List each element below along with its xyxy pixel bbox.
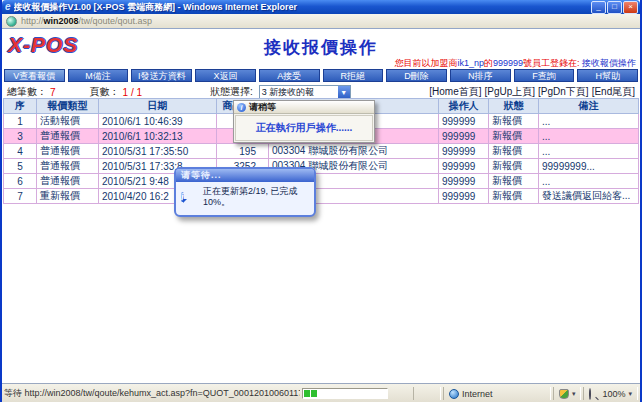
cell-date: 2010/5/31 17:35:50 <box>99 144 217 159</box>
table-row[interactable]: 5 普通報價 2010/5/31 17:33:8 3252 003304 聯城股… <box>4 159 639 174</box>
action-toolbar: V查看報價 M備注 I發送方資料 X返回 A接受 R拒絕 D刪除 N排序 F查詢… <box>4 69 638 82</box>
progress-bar <box>302 388 388 399</box>
maximize-button-icon[interactable]: □ <box>607 1 622 14</box>
cell-status: 新報價 <box>489 174 539 189</box>
memo-button[interactable]: M備注 <box>68 69 129 82</box>
popup-title-text: 请稍等 <box>249 101 276 114</box>
login-suffix: 號員工登錄在: <box>523 58 582 68</box>
progress-block <box>311 390 317 397</box>
total-count-value: 7 <box>50 87 56 98</box>
zoom-control[interactable]: 100% ▾ <box>583 387 638 400</box>
info-icon: i <box>237 103 246 112</box>
cell-seq: 3 <box>4 129 37 144</box>
minimize-button-icon[interactable]: _ <box>591 1 606 14</box>
address-url[interactable]: http://win2008/tw/qoute/qout.asp <box>21 16 152 26</box>
login-mid: 的 <box>484 58 493 68</box>
col-remark: 備注 <box>539 99 639 114</box>
help-button[interactable]: H幫助 <box>577 69 638 82</box>
status-select-label: 狀態選擇: <box>210 85 253 99</box>
status-text: 等待 http://win2008/tw/qoute/kehumx_act.as… <box>4 387 300 400</box>
cell-status: 新報價 <box>489 129 539 144</box>
page-content: X-POS 接收报價操作 您目前以加盟商ik1_np的999999號員工登錄在:… <box>2 29 640 383</box>
end-page-link[interactable]: [End尾頁] <box>592 85 635 99</box>
login-location: 接收報價操作 <box>582 58 636 68</box>
cell-seq: 1 <box>4 114 37 129</box>
close-button-icon[interactable]: × <box>623 1 638 14</box>
cell-remark: ... <box>539 129 639 144</box>
cell-operator: 999999 <box>439 174 489 189</box>
popup-titlebar: i 请稍等 <box>234 101 374 114</box>
delete-button[interactable]: D刪除 <box>386 69 447 82</box>
dialog-message: 正在更新第2/19, 已完成10%。 <box>203 186 299 208</box>
chevron-down-icon[interactable]: ▾ <box>572 390 576 398</box>
accept-button[interactable]: A接受 <box>259 69 320 82</box>
login-merchant: ik1_np <box>457 58 484 68</box>
cell-seq: 7 <box>4 189 37 204</box>
pgup-link[interactable]: [PgUp上頁] <box>484 85 535 99</box>
titlebar[interactable]: e 接收報價操作V1.00 [X-POS 雲端商務網] - Windows In… <box>2 0 640 14</box>
cell-date: 2010/6/1 10:32:13 <box>99 129 217 144</box>
info-bar: 總筆數： 7 頁數： 1 / 1 狀態選擇: 3 新接收的報 ▼ [Home首頁… <box>7 85 635 99</box>
cell-operator: 999999 <box>439 144 489 159</box>
zone-label: Internet <box>462 389 493 399</box>
cell-status: 新報價 <box>489 189 539 204</box>
cell-seq: 4 <box>4 144 37 159</box>
internet-globe-icon <box>449 389 459 399</box>
page-title: 接收报價操作 <box>2 36 640 59</box>
popup-message: 正在執行用戶操作...... <box>235 115 373 141</box>
cell-operator: 999999 <box>439 159 489 174</box>
return-button[interactable]: X返回 <box>195 69 256 82</box>
home-page-link[interactable]: [Home首頁] <box>429 85 481 99</box>
col-quote-type: 報價類型 <box>37 99 99 114</box>
progress-dialog: 请等待... i 正在更新第2/19, 已完成10%。 <box>174 167 316 217</box>
dialog-body: i 正在更新第2/19, 已完成10%。 <box>176 182 314 208</box>
sort-button[interactable]: N排序 <box>450 69 511 82</box>
cell-type: 重新報價 <box>37 189 99 204</box>
cell-status: 新報價 <box>489 159 539 174</box>
cell-status: 新報價 <box>489 144 539 159</box>
cell-type: 普通報價 <box>37 144 99 159</box>
cell-seq: 6 <box>4 174 37 189</box>
protected-mode-cell[interactable]: ▾ <box>553 387 582 400</box>
paging-links: [Home首頁] [PgUp上頁] [PgDn下頁] [End尾頁] <box>429 85 635 99</box>
cell-date: 2010/6/1 10:46:39 <box>99 114 217 129</box>
table-row[interactable]: 6 普通報價 2010/5/21 9:48 999999 新報價 ... <box>4 174 639 189</box>
table-row[interactable]: 7 重新報價 2010/4/20 16:2 999999 新報價 發送議價返回給… <box>4 189 639 204</box>
col-seq: 序 <box>4 99 37 114</box>
browser-window: e 接收報價操作V1.00 [X-POS 雲端商務網] - Windows In… <box>0 0 642 402</box>
reject-button[interactable]: R拒絕 <box>323 69 384 82</box>
cell-customer: 003304 聯城股份有限公司 <box>269 144 439 159</box>
sender-info-button[interactable]: I發送方資料 <box>131 69 192 82</box>
status-select-value: 3 新接收的報 <box>260 86 338 99</box>
table-row[interactable]: 4 普通報價 2010/5/31 17:35:50 195 003304 聯城股… <box>4 144 639 159</box>
search-button[interactable]: F查詢 <box>514 69 575 82</box>
zoom-level: 100% <box>602 389 625 399</box>
cell-seq: 5 <box>4 159 37 174</box>
info-bubble-icon: i <box>181 186 197 200</box>
cell-type: 活動報價 <box>37 114 99 129</box>
cell-operator: 999999 <box>439 114 489 129</box>
cell-remark: ... <box>539 114 639 129</box>
cell-remark: 99999999... <box>539 159 639 174</box>
address-bar[interactable]: http://win2008/tw/qoute/qout.asp <box>2 14 640 29</box>
cell-operator: 999999 <box>439 129 489 144</box>
cell-operator: 999999 <box>439 189 489 204</box>
cell-remark: 發送議價返回給客... <box>539 189 639 204</box>
page-count-label: 頁數： <box>90 85 120 99</box>
status-bar: 等待 http://win2008/tw/qoute/kehumx_act.as… <box>2 383 640 402</box>
cell-type: 普通報價 <box>37 159 99 174</box>
cell-remark: ... <box>539 174 639 189</box>
please-wait-popup: i 请稍等 正在執行用戶操作...... <box>233 100 375 143</box>
pgdn-link[interactable]: [PgDn下頁] <box>538 85 589 99</box>
shield-icon <box>559 389 569 399</box>
window-title: 接收報價操作V1.00 [X-POS 雲端商務網] - Windows Inte… <box>14 1 591 14</box>
view-quote-button[interactable]: V查看報價 <box>4 69 65 82</box>
url-path: /tw/qoute/qout.asp <box>79 16 153 26</box>
cell-type: 普通報價 <box>37 129 99 144</box>
chevron-down-icon[interactable]: ▼ <box>338 86 350 99</box>
chevron-down-icon[interactable]: ▾ <box>628 390 632 398</box>
progress-block <box>304 390 310 397</box>
login-employee: 999999 <box>493 58 523 68</box>
login-prefix: 您目前以加盟商 <box>394 58 457 68</box>
cell-type: 普通報價 <box>37 174 99 189</box>
